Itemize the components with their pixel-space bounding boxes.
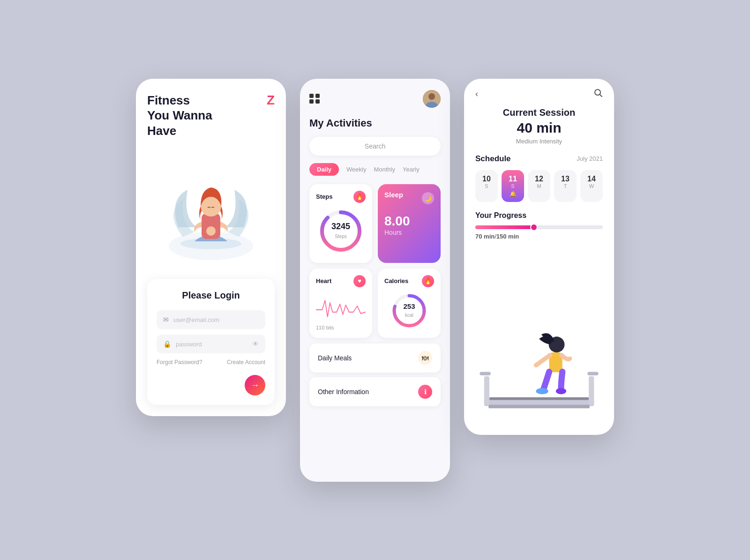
- daily-meals-item[interactable]: Daily Meals 🍽: [309, 343, 441, 373]
- session-mins: 40 min: [475, 120, 603, 136]
- screen1-header: Fitness You Wanna Have Z: [147, 93, 275, 139]
- login-btn-row: →: [157, 375, 265, 396]
- search-bar[interactable]: Search: [309, 137, 441, 156]
- user-avatar[interactable]: [423, 90, 441, 108]
- app-title: Fitness You Wanna Have: [147, 93, 212, 139]
- login-card: Please Login ✉ user@email.com 🔒 password…: [147, 279, 275, 405]
- grid-menu-icon[interactable]: [309, 94, 320, 104]
- bell-icon: 🔔: [504, 191, 521, 197]
- other-information-icon: ℹ: [418, 385, 432, 399]
- sleep-card-header: Sleep 🌙: [384, 191, 434, 206]
- login-button[interactable]: →: [245, 375, 265, 396]
- heart-title: Heart: [316, 277, 331, 284]
- schedule-label: Schedule: [475, 154, 511, 164]
- sleep-value: 8.00: [384, 214, 434, 229]
- email-placeholder: user@email.com: [173, 316, 259, 323]
- progress-bar-background: [475, 225, 603, 229]
- other-information-label: Other Information: [318, 388, 369, 396]
- sleep-card: Sleep 🌙 8.00 Hours: [378, 184, 441, 263]
- svg-point-6: [428, 93, 435, 100]
- steps-card-header: Steps 🔥: [316, 191, 366, 203]
- activities-title: My Activities: [309, 117, 441, 129]
- calories-card-header: Calories 🔥: [384, 275, 434, 287]
- ecg-chart: [316, 296, 366, 319]
- cal-day-11[interactable]: 11 S 🔔: [502, 170, 524, 202]
- screen2-topbar: [309, 90, 441, 108]
- svg-rect-16: [484, 376, 489, 404]
- screen3-session: ‹ Current Session 40 min Medium Intensit…: [464, 79, 614, 435]
- email-icon: ✉: [163, 316, 169, 323]
- meditation-illustration: [147, 148, 275, 269]
- svg-point-4: [206, 226, 216, 236]
- cal-day-14[interactable]: 14 W: [580, 170, 603, 202]
- cal-day-10[interactable]: 10 S: [475, 170, 498, 202]
- sleep-unit: Hours: [384, 229, 434, 236]
- create-account-link[interactable]: Create Account: [227, 359, 265, 366]
- steps-icon: 🔥: [353, 191, 366, 203]
- heart-card: Heart ♥ 110 bits: [309, 269, 372, 338]
- cal-day-12[interactable]: 12 M: [528, 170, 550, 202]
- sleep-title: Sleep: [384, 191, 403, 199]
- login-links: Forgot Password? Create Account: [157, 359, 265, 366]
- schedule-row: Schedule July 2021: [475, 154, 603, 164]
- sleep-icon: 🌙: [422, 192, 434, 204]
- login-title: Please Login: [157, 290, 265, 301]
- daily-meals-icon: 🍽: [418, 351, 432, 365]
- filter-tabs: Daily Weekly Monthly Yearly: [309, 163, 441, 176]
- lock-icon: 🔒: [163, 340, 171, 348]
- steps-label: 3245 Steps: [331, 222, 350, 240]
- top-cards-row: Steps 🔥 32: [309, 184, 441, 263]
- logo-icon: Z: [267, 93, 275, 108]
- tab-weekly[interactable]: Weekly: [346, 166, 366, 173]
- other-information-item[interactable]: Other Information ℹ: [309, 377, 441, 406]
- runner-illustration: [475, 249, 603, 424]
- screen2-activities: My Activities Search Daily Weekly Monthl…: [300, 79, 450, 482]
- svg-point-23: [536, 388, 548, 394]
- steps-card: Steps 🔥 32: [309, 184, 372, 263]
- password-placeholder: password: [176, 341, 248, 348]
- calories-icon: 🔥: [422, 275, 434, 287]
- svg-rect-18: [480, 372, 490, 375]
- search-button[interactable]: [593, 88, 603, 100]
- screen3-topbar: ‹: [475, 88, 603, 100]
- calories-title: Calories: [384, 277, 408, 284]
- progress-dot: [530, 224, 538, 231]
- progress-section: Your Progress 70 min/150 min: [475, 211, 603, 240]
- calories-card: Calories 🔥: [378, 269, 441, 338]
- password-field[interactable]: 🔒 password 👁: [157, 335, 265, 353]
- heart-icon: ♥: [353, 275, 366, 287]
- svg-rect-17: [589, 376, 594, 404]
- back-button[interactable]: ‹: [475, 89, 478, 99]
- schedule-month: July 2021: [577, 155, 603, 162]
- svg-point-24: [556, 388, 567, 394]
- tab-yearly[interactable]: Yearly: [403, 166, 420, 173]
- forgot-password-link[interactable]: Forgot Password?: [157, 359, 202, 366]
- screen1-login: Fitness You Wanna Have Z: [136, 79, 286, 417]
- screens-container: Fitness You Wanna Have Z: [136, 79, 614, 482]
- progress-text: 70 min/150 min: [475, 233, 603, 240]
- bottom-cards-row: Heart ♥ 110 bits Calories 🔥: [309, 269, 441, 338]
- progress-bar-fill: [475, 225, 534, 229]
- eye-icon[interactable]: 👁: [252, 340, 259, 348]
- steps-chart: 3245 Steps: [316, 208, 366, 254]
- heart-bits: 110 bits: [316, 325, 366, 330]
- calories-label: 253 kcal: [403, 302, 415, 319]
- calories-chart: 253 kcal: [384, 292, 434, 329]
- svg-rect-19: [587, 372, 598, 375]
- heart-card-header: Heart ♥: [316, 275, 366, 287]
- svg-rect-20: [489, 397, 589, 400]
- cal-day-13[interactable]: 13 T: [554, 170, 577, 202]
- tab-daily[interactable]: Daily: [309, 163, 339, 176]
- steps-title: Steps: [316, 193, 332, 200]
- session-intensity: Medium Intensity: [475, 138, 603, 145]
- email-field[interactable]: ✉ user@email.com: [157, 310, 265, 329]
- svg-line-13: [600, 94, 602, 97]
- tab-monthly[interactable]: Monthly: [374, 166, 395, 173]
- session-title: Current Session: [475, 107, 603, 118]
- daily-meals-label: Daily Meals: [318, 354, 352, 362]
- calendar-row: 10 S 11 S 🔔 12 M 13 T 14 W: [475, 170, 603, 202]
- svg-rect-15: [488, 404, 590, 408]
- progress-title: Your Progress: [475, 211, 603, 220]
